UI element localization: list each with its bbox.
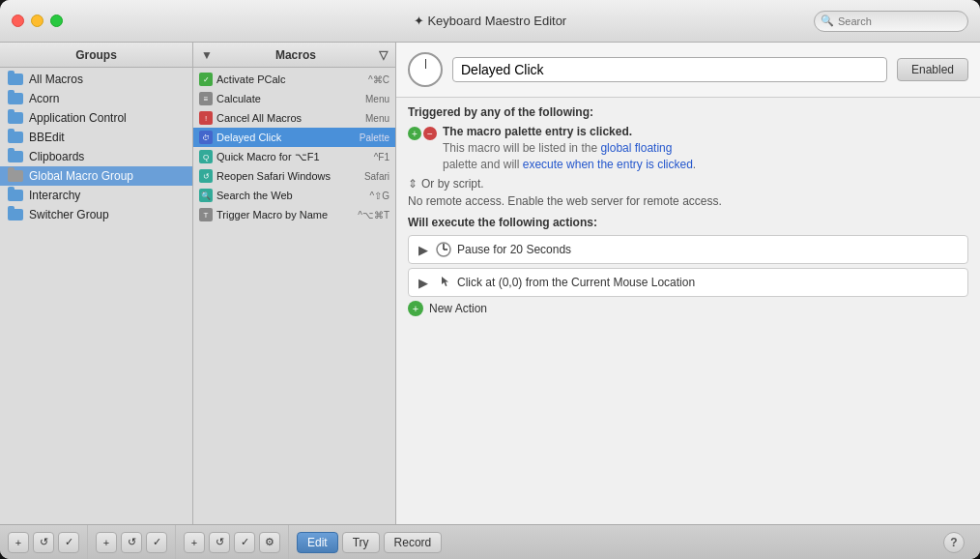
macro-icon: ≡ [199,92,213,105]
folder-icon [8,74,23,85]
clock-icon [408,52,443,87]
edit-button[interactable]: Edit [297,532,338,553]
main-window: ✦ Keyboard Maestro Editor 🔍 Groups All M… [0,0,980,559]
close-button[interactable] [12,15,24,27]
macro-icon: Q [199,150,213,163]
groups-toolbar-section: + ↺ ✓ [0,525,88,559]
new-action-label: New Action [429,302,487,315]
macro-item-delayed-click[interactable]: ⏱ Delayed Click Palette [193,128,395,147]
folder-icon [8,151,23,162]
macro-title-input[interactable] [452,57,887,82]
search-input[interactable] [814,11,968,32]
macro-item-cancel-all[interactable]: ! Cancel All Macros Menu [193,108,395,128]
trigger-details: The macro palette entry is clicked. This… [443,125,696,173]
folder-icon [8,170,23,182]
folder-icon [8,112,23,124]
actions-title: Will execute the following actions: [408,216,968,229]
detail-header: Enabled [396,43,980,98]
folder-icon [8,190,23,201]
record-button[interactable]: Record [384,532,443,553]
group-item-bbedit[interactable]: BBEdit [0,128,192,147]
sort-icon: ▽ [379,48,388,62]
no-remote-text: No remote access. Enable the web server … [408,194,968,208]
traffic-lights [12,15,63,27]
macro-item-quick-macro[interactable]: Q Quick Macro for ⌥F1 ^F1 [193,147,395,166]
macro-item-calculate[interactable]: ≡ Calculate Menu [193,89,395,108]
try-button[interactable]: Try [342,532,380,553]
groups-header: Groups [0,43,192,68]
folder-icon [8,209,23,221]
minimize-button[interactable] [31,15,43,27]
macro-icon: ! [199,111,213,125]
action-row-pause: ▶ Pause for 20 Seconds [408,235,968,264]
action-play-button-2[interactable]: ▶ [417,276,430,289]
add-group-button[interactable]: + [8,532,29,553]
macro-item-trigger-by-name[interactable]: T Trigger Macro by Name ^⌥⌘T [193,205,395,224]
macro-icon: ✓ [199,73,213,86]
titlebar: ✦ Keyboard Maestro Editor 🔍 [0,0,980,43]
detail-panel: Enabled Triggered by any of the followin… [396,43,980,524]
gear-action-button[interactable]: ⚙ [259,532,280,553]
check-group-button[interactable]: ✓ [58,532,79,553]
macro-icon: T [199,208,213,221]
bottom-toolbar: + ↺ ✓ + ↺ ✓ + ↺ ✓ ⚙ Edit Try Record ? [0,524,980,559]
add-action-button[interactable]: + [184,532,205,553]
sync-action-button[interactable]: ↺ [209,532,230,553]
sync-group-button[interactable]: ↺ [33,532,54,553]
group-item-switcher[interactable]: Switcher Group [0,205,192,224]
group-item-global-macro[interactable]: Global Macro Group [0,166,192,186]
check-macro-button[interactable]: ✓ [146,532,167,553]
macro-icon: 🔍 [199,189,213,202]
macros-header: ▼ Macros ▽ [193,43,395,68]
folder-icon [8,132,23,143]
groups-panel: Groups All Macros Acorn Application Cont… [0,43,193,524]
trigger-remove-button[interactable]: − [423,127,437,140]
group-item-interarchy[interactable]: Interarchy [0,186,192,205]
sync-macro-button[interactable]: ↺ [121,532,142,553]
macro-icon: ⏱ [199,131,213,144]
action-click-text: Click at (0,0) from the Current Mouse Lo… [457,276,695,289]
macros-list: ✓ Activate PCalc ^⌘C ≡ Calculate Menu ! … [193,68,395,524]
trigger-text: The macro palette entry is clicked. [443,125,696,138]
search-box: 🔍 [814,11,968,32]
actions-toolbar-section: + ↺ ✓ ⚙ [176,525,289,559]
detail-body: Triggered by any of the following: + − T… [396,98,980,524]
help-button[interactable]: ? [943,532,965,553]
macro-icon: ↺ [199,169,213,183]
maximize-button[interactable] [50,15,63,27]
click-action-icon [436,275,451,290]
search-icon: 🔍 [821,15,834,27]
group-item-clipboards[interactable]: Clipboards [0,147,192,166]
action-play-button-1[interactable]: ▶ [417,243,430,256]
enabled-button[interactable]: Enabled [897,58,968,81]
help-section: ? [943,532,980,553]
main-content: Groups All Macros Acorn Application Cont… [0,43,980,524]
folder-icon [8,93,23,104]
new-action-row[interactable]: + New Action [408,301,968,316]
new-action-button[interactable]: + [408,301,423,316]
window-title: ✦ Keyboard Maestro Editor [414,14,566,28]
macro-item-activate-pcalc[interactable]: ✓ Activate PCalc ^⌘C [193,70,395,89]
macros-panel: ▼ Macros ▽ ✓ Activate PCalc ^⌘C ≡ Calcul… [193,43,396,524]
macro-item-search-web[interactable]: 🔍 Search the Web ^⇧G [193,186,395,205]
pause-action-icon [436,242,451,257]
trigger-item-1: + − The macro palette entry is clicked. … [408,125,968,173]
trigger-add-button[interactable]: + [408,127,421,140]
group-item-acorn[interactable]: Acorn [0,89,192,108]
groups-list: All Macros Acorn Application Control BBE… [0,68,192,524]
action-row-click: ▶ Click at (0,0) from the Current Mouse … [408,268,968,297]
right-buttons: Edit Try Record [289,532,449,553]
diamond-icon: ⇕ [408,177,418,191]
group-item-all-macros[interactable]: All Macros [0,70,192,89]
trigger-description: This macro will be listed in the global … [443,140,696,173]
action-pause-text: Pause for 20 Seconds [457,243,571,256]
macro-item-reopen-safari[interactable]: ↺ Reopen Safari Windows Safari [193,166,395,186]
or-by-script: ⇕ Or by script. [408,177,968,191]
check-action-button[interactable]: ✓ [234,532,255,553]
triggers-title: Triggered by any of the following: [408,105,968,119]
group-item-application-control[interactable]: Application Control [0,108,192,128]
trigger-buttons: + − [408,127,437,140]
macros-toolbar-section: + ↺ ✓ [88,525,176,559]
add-macro-button[interactable]: + [96,532,117,553]
filter-icon: ▼ [201,48,213,62]
